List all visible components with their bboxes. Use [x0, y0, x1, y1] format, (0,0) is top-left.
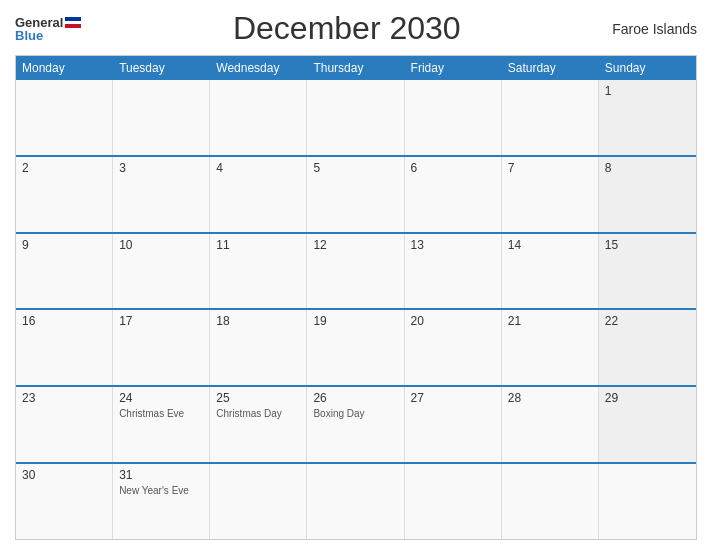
- day-cell: 27: [405, 387, 502, 462]
- calendar: MondayTuesdayWednesdayThursdayFridaySatu…: [15, 55, 697, 540]
- day-cell: 20: [405, 310, 502, 385]
- day-header-monday: Monday: [16, 56, 113, 80]
- day-number: 15: [605, 238, 690, 252]
- day-cell: 1: [599, 80, 696, 155]
- day-number: 6: [411, 161, 495, 175]
- region-label: Faroe Islands: [612, 21, 697, 37]
- day-cell: 5: [307, 157, 404, 232]
- weeks: 123456789101112131415161718192021222324C…: [16, 80, 696, 539]
- day-cell: 29: [599, 387, 696, 462]
- day-number: 2: [22, 161, 106, 175]
- logo-flag-icon: [65, 17, 81, 28]
- day-number: 25: [216, 391, 300, 405]
- day-cell: 10: [113, 234, 210, 309]
- day-number: 10: [119, 238, 203, 252]
- day-headers: MondayTuesdayWednesdayThursdayFridaySatu…: [16, 56, 696, 80]
- day-cell: 26Boxing Day: [307, 387, 404, 462]
- day-cell: 15: [599, 234, 696, 309]
- day-cell: 28: [502, 387, 599, 462]
- day-event: Boxing Day: [313, 407, 397, 420]
- day-cell: 18: [210, 310, 307, 385]
- day-number: 14: [508, 238, 592, 252]
- week-row-2: 2345678: [16, 155, 696, 232]
- day-cell: 4: [210, 157, 307, 232]
- page: General Blue December 2030 Faroe Islands…: [0, 0, 712, 550]
- day-cell: 11: [210, 234, 307, 309]
- day-number: 24: [119, 391, 203, 405]
- day-number: 9: [22, 238, 106, 252]
- day-number: 28: [508, 391, 592, 405]
- day-cell: 17: [113, 310, 210, 385]
- day-cell: [16, 80, 113, 155]
- day-cell: [599, 464, 696, 539]
- day-number: 29: [605, 391, 690, 405]
- day-header-wednesday: Wednesday: [210, 56, 307, 80]
- day-cell: 31New Year's Eve: [113, 464, 210, 539]
- logo-general-text: General: [15, 16, 63, 29]
- day-cell: 22: [599, 310, 696, 385]
- day-header-thursday: Thursday: [307, 56, 404, 80]
- day-event: Christmas Day: [216, 407, 300, 420]
- day-number: 21: [508, 314, 592, 328]
- day-cell: 24Christmas Eve: [113, 387, 210, 462]
- day-header-saturday: Saturday: [502, 56, 599, 80]
- day-cell: [307, 464, 404, 539]
- day-number: 18: [216, 314, 300, 328]
- logo-blue-text: Blue: [15, 29, 43, 42]
- day-number: 31: [119, 468, 203, 482]
- day-cell: 9: [16, 234, 113, 309]
- day-cell: 12: [307, 234, 404, 309]
- logo: General Blue: [15, 16, 81, 42]
- day-cell: [113, 80, 210, 155]
- day-cell: [210, 464, 307, 539]
- day-number: 3: [119, 161, 203, 175]
- day-cell: [210, 80, 307, 155]
- day-number: 20: [411, 314, 495, 328]
- day-cell: 16: [16, 310, 113, 385]
- day-cell: 13: [405, 234, 502, 309]
- day-number: 22: [605, 314, 690, 328]
- day-cell: 3: [113, 157, 210, 232]
- day-cell: 7: [502, 157, 599, 232]
- day-number: 4: [216, 161, 300, 175]
- day-number: 30: [22, 468, 106, 482]
- day-number: 8: [605, 161, 690, 175]
- day-cell: [405, 80, 502, 155]
- week-row-5: 2324Christmas Eve25Christmas Day26Boxing…: [16, 385, 696, 462]
- day-cell: 30: [16, 464, 113, 539]
- day-number: 16: [22, 314, 106, 328]
- day-number: 7: [508, 161, 592, 175]
- day-cell: [405, 464, 502, 539]
- day-number: 23: [22, 391, 106, 405]
- month-title: December 2030: [233, 10, 461, 47]
- day-cell: 14: [502, 234, 599, 309]
- day-cell: [502, 80, 599, 155]
- week-row-3: 9101112131415: [16, 232, 696, 309]
- day-number: 1: [605, 84, 690, 98]
- week-row-6: 3031New Year's Eve: [16, 462, 696, 539]
- day-cell: 21: [502, 310, 599, 385]
- day-number: 17: [119, 314, 203, 328]
- day-number: 5: [313, 161, 397, 175]
- day-cell: 23: [16, 387, 113, 462]
- header: General Blue December 2030 Faroe Islands: [15, 10, 697, 47]
- day-cell: [502, 464, 599, 539]
- day-cell: [307, 80, 404, 155]
- day-number: 12: [313, 238, 397, 252]
- day-cell: 25Christmas Day: [210, 387, 307, 462]
- day-cell: 2: [16, 157, 113, 232]
- day-number: 26: [313, 391, 397, 405]
- day-header-tuesday: Tuesday: [113, 56, 210, 80]
- day-number: 19: [313, 314, 397, 328]
- day-event: New Year's Eve: [119, 484, 203, 497]
- day-event: Christmas Eve: [119, 407, 203, 420]
- day-number: 27: [411, 391, 495, 405]
- day-cell: 8: [599, 157, 696, 232]
- week-row-1: 1: [16, 80, 696, 155]
- week-row-4: 16171819202122: [16, 308, 696, 385]
- day-header-sunday: Sunday: [599, 56, 696, 80]
- day-header-friday: Friday: [405, 56, 502, 80]
- day-number: 11: [216, 238, 300, 252]
- day-cell: 6: [405, 157, 502, 232]
- day-number: 13: [411, 238, 495, 252]
